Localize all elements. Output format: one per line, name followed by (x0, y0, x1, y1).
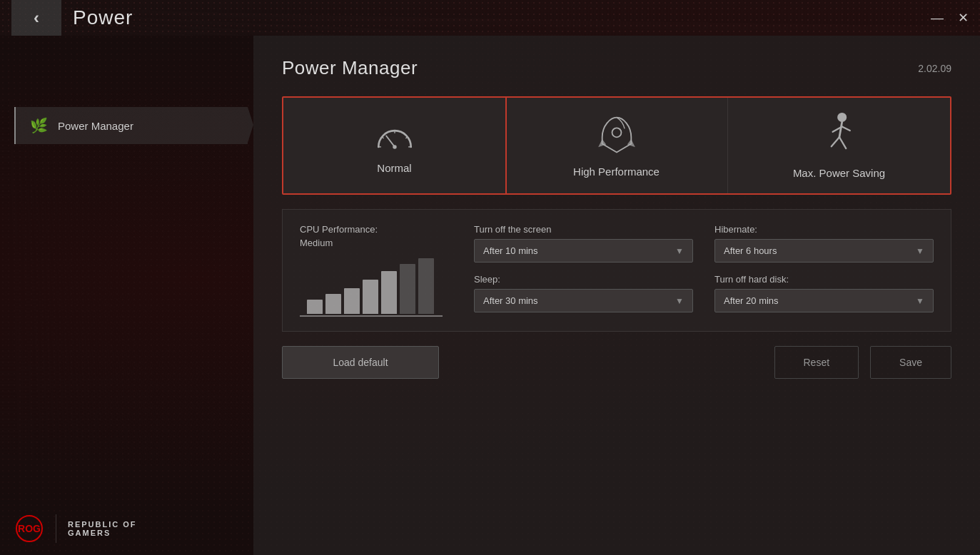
titlebar-controls: — ✕ (931, 11, 969, 24)
bar-2 (325, 294, 341, 314)
sleep-label: Sleep: (474, 274, 693, 285)
reset-button[interactable]: Reset (774, 346, 859, 379)
rog-emblem-icon: ROG (14, 514, 44, 544)
sleep-dropdown[interactable]: After 30 mins ▼ (474, 289, 693, 312)
hibernate-dropdown-group: Hibernate: After 6 hours ▼ (714, 224, 934, 263)
mode-selector: Normal High Performance Max. (282, 96, 951, 195)
hibernate-dropdown[interactable]: After 6 hours ▼ (714, 239, 934, 263)
sleep-dropdown-arrow-icon: ▼ (675, 296, 684, 306)
screen-value: After 10 mins (483, 245, 538, 256)
save-button[interactable]: Save (870, 346, 951, 379)
rog-gamers-text: GAMERS (68, 529, 137, 537)
bar-7 (418, 258, 434, 314)
disk-dropdown[interactable]: After 20 mins ▼ (714, 289, 934, 312)
screen-dropdown-arrow-icon: ▼ (675, 246, 684, 256)
svg-line-13 (842, 126, 850, 131)
leaf-icon: 🌿 (30, 117, 48, 134)
cpu-performance-section: CPU Performance: Medium (300, 224, 457, 317)
svg-line-10 (832, 137, 839, 146)
bar-5 (381, 271, 397, 314)
titlebar: ‹ Power — ✕ (0, 0, 980, 36)
load-default-button[interactable]: Load default (282, 346, 439, 379)
settings-row: CPU Performance: Medium Turn off the s (300, 224, 934, 317)
titlebar-left: ‹ Power (11, 0, 133, 36)
svg-point-7 (612, 128, 621, 137)
version-text: 2.02.09 (918, 63, 951, 74)
close-button[interactable]: ✕ (958, 11, 969, 24)
svg-line-11 (839, 137, 846, 148)
mode-high-performance-button[interactable]: High Performance (505, 98, 728, 193)
rog-divider (56, 514, 56, 543)
cpu-chart (300, 257, 457, 314)
svg-point-8 (837, 113, 847, 122)
bar-6 (400, 264, 415, 314)
hibernate-value: After 6 hours (724, 245, 777, 256)
svg-text:ROG: ROG (18, 523, 41, 534)
screen-dropdown[interactable]: After 10 mins ▼ (474, 239, 693, 263)
mode-normal-button[interactable]: Normal (282, 96, 507, 195)
settings-section: CPU Performance: Medium Turn off the s (282, 209, 951, 332)
bar-4 (363, 280, 378, 314)
speedometer-icon (370, 118, 420, 153)
hibernate-dropdown-arrow-icon: ▼ (916, 246, 924, 256)
cpu-sublabel: Medium (300, 238, 457, 248)
hibernate-label: Hibernate: (714, 224, 934, 235)
rocket-icon (595, 114, 638, 157)
rog-logo: ROG REPUBLIC OF GAMERS (14, 514, 137, 544)
bar-1 (307, 300, 323, 314)
page-title: Power (73, 6, 133, 29)
mode-max-power-saving-button[interactable]: Max. Power Saving (728, 98, 950, 193)
cpu-label: CPU Performance: (300, 224, 457, 235)
svg-line-1 (386, 136, 395, 146)
content-header: Power Manager 2.02.09 (282, 57, 951, 79)
mode-high-perf-label: High Performance (573, 166, 660, 178)
sidebar: 🌿 Power Manager (0, 36, 253, 555)
disk-value: After 20 mins (724, 295, 779, 306)
svg-line-9 (839, 122, 842, 137)
chart-baseline (300, 315, 443, 317)
mode-max-saving-label: Max. Power Saving (793, 167, 885, 179)
person-walking-icon (819, 112, 859, 158)
bar-3 (344, 288, 360, 314)
screen-label: Turn off the screen (474, 224, 693, 235)
sleep-value: After 30 mins (483, 295, 538, 306)
main-content: Power Manager 2.02.09 Normal (253, 36, 980, 555)
back-button[interactable]: ‹ (11, 0, 61, 36)
back-arrow-icon: ‹ (34, 8, 39, 28)
content-title: Power Manager (282, 57, 418, 79)
rog-republic-text: REPUBLIC OF (68, 520, 137, 529)
sidebar-item-power-manager[interactable]: 🌿 Power Manager (14, 107, 248, 144)
disk-label: Turn off hard disk: (714, 274, 934, 285)
dropdowns-area: Turn off the screen After 10 mins ▼ Hibe… (474, 224, 934, 312)
screen-dropdown-group: Turn off the screen After 10 mins ▼ (474, 224, 693, 263)
mode-normal-label: Normal (377, 162, 411, 174)
disk-dropdown-arrow-icon: ▼ (916, 296, 924, 306)
sleep-dropdown-group: Sleep: After 30 mins ▼ (474, 274, 693, 312)
minimize-button[interactable]: — (931, 11, 944, 24)
action-buttons: Load default Reset Save (282, 346, 951, 379)
sidebar-item-label: Power Manager (58, 120, 133, 132)
rog-text: REPUBLIC OF GAMERS (68, 520, 137, 537)
disk-dropdown-group: Turn off hard disk: After 20 mins ▼ (714, 274, 934, 312)
